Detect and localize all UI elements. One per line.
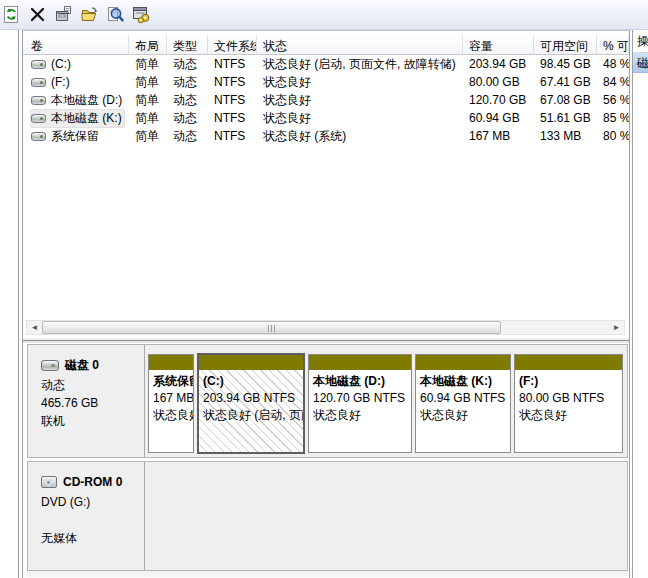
delete-icon[interactable] <box>28 5 47 24</box>
partition-status: 状态良好 (系统) <box>153 407 189 424</box>
volume-free-space: 98.45 GB <box>534 57 597 71</box>
volume-row-f[interactable]: (F:) 简单 动态 NTFS 状态良好 80.00 GB 67.41 GB 8… <box>23 73 629 91</box>
volume-status: 状态良好 <box>257 74 463 91</box>
actions-pane-title: 操作 <box>633 30 648 53</box>
volume-layout: 简单 <box>129 110 167 127</box>
volume-layout: 简单 <box>129 128 167 145</box>
volume-free-space: 51.61 GB <box>534 111 597 125</box>
graphical-view: 磁盘 0 动态 465.76 GB 联机 系统保留 167 MB NTFS 状态… <box>23 343 629 578</box>
volume-type: 动态 <box>167 110 208 127</box>
volume-layout: 简单 <box>129 92 167 109</box>
volume-percent-free: 80 % <box>597 129 629 143</box>
scrollbar-thumb[interactable] <box>42 321 501 334</box>
volume-type: 动态 <box>167 74 208 91</box>
volume-list-header: 卷 布局 类型 文件系统 状态 容量 可用空间 % 可用 <box>23 35 629 55</box>
volume-name: 系统保留 <box>51 128 99 145</box>
partition-name: 系统保留 <box>153 373 189 390</box>
volume-filesystem: NTFS <box>208 57 257 71</box>
horizontal-scrollbar[interactable]: ◄ ► <box>26 320 625 335</box>
volume-percent-free: 48 % <box>597 57 629 71</box>
scrollbar-track[interactable] <box>42 321 609 334</box>
actions-pane: 操作 磁盘管理 <box>632 30 648 578</box>
volume-status: 状态良好 <box>257 92 463 109</box>
volume-icon <box>31 132 46 141</box>
disk0-row: 磁盘 0 动态 465.76 GB 联机 系统保留 167 MB NTFS 状态… <box>27 344 628 458</box>
open-folder-icon[interactable] <box>80 5 99 24</box>
scroll-left-arrow-icon[interactable]: ◄ <box>27 321 42 334</box>
column-header-volume[interactable]: 卷 <box>23 35 129 55</box>
partition-name: (C:) <box>203 373 299 390</box>
volume-icon <box>31 60 46 69</box>
partition-size: 167 MB NTFS <box>153 390 189 407</box>
partition-block-k[interactable]: 本地磁盘 (K:) 60.94 GB NTFS 状态良好 <box>415 354 511 453</box>
cdrom0-row: CD-ROM 0 DVD (G:) 无媒体 <box>27 461 628 571</box>
search-icon[interactable] <box>106 5 125 24</box>
volume-filesystem: NTFS <box>208 129 257 143</box>
disk0-title: 磁盘 0 <box>65 356 99 374</box>
volume-row-system-reserved[interactable]: 系统保留 简单 动态 NTFS 状态良好 (系统) 167 MB 133 MB … <box>23 127 629 145</box>
cdrom0-media-area <box>146 462 627 570</box>
volume-color-bar <box>515 355 622 370</box>
column-header-type[interactable]: 类型 <box>167 35 208 55</box>
volume-list: 卷 布局 类型 文件系统 状态 容量 可用空间 % 可用 (C:) 简单 动态 … <box>23 31 629 338</box>
properties-icon[interactable] <box>54 5 73 24</box>
volume-type: 动态 <box>167 92 208 109</box>
volume-name: 本地磁盘 (D:) <box>51 92 122 109</box>
volume-free-space: 67.08 GB <box>534 93 597 107</box>
column-header-percent-free[interactable]: % 可用 <box>597 35 629 55</box>
volume-icon <box>31 114 46 123</box>
partition-block-system-reserved[interactable]: 系统保留 167 MB NTFS 状态良好 (系统) <box>148 354 194 453</box>
column-header-filesystem[interactable]: 文件系统 <box>208 35 257 55</box>
console-tree-pane <box>0 30 19 578</box>
partition-name: 本地磁盘 (D:) <box>313 373 407 390</box>
cdrom0-label-panel[interactable]: CD-ROM 0 DVD (G:) 无媒体 <box>28 462 145 570</box>
volume-status: 状态良好 (系统) <box>257 128 463 145</box>
cdrom0-media-status: 无媒体 <box>41 529 144 547</box>
volume-capacity: 120.70 GB <box>463 93 534 107</box>
volume-capacity: 167 MB <box>463 129 534 143</box>
column-header-layout[interactable]: 布局 <box>129 35 167 55</box>
volume-row-k[interactable]: 本地磁盘 (K:) 简单 动态 NTFS 状态良好 60.94 GB 51.61… <box>23 109 629 127</box>
volume-row-c[interactable]: (C:) 简单 动态 NTFS 状态良好 (启动, 页面文件, 故障转储) 20… <box>23 55 629 73</box>
volume-status: 状态良好 (启动, 页面文件, 故障转储) <box>257 56 463 73</box>
cd-rom-icon <box>41 476 57 488</box>
column-header-capacity[interactable]: 容量 <box>463 35 534 55</box>
volume-icon <box>31 78 46 87</box>
actions-item-disk-management[interactable]: 磁盘管理 <box>633 53 648 73</box>
disk0-label-panel[interactable]: 磁盘 0 动态 465.76 GB 联机 <box>28 345 145 457</box>
volume-color-bar <box>309 355 411 370</box>
partition-size: 80.00 GB NTFS <box>519 390 618 407</box>
volume-free-space: 67.41 GB <box>534 75 597 89</box>
volume-filesystem: NTFS <box>208 93 257 107</box>
partition-status: 状态良好 <box>519 407 618 424</box>
volume-percent-free: 85 % <box>597 111 629 125</box>
disk-manage-icon[interactable] <box>132 5 151 24</box>
volume-name: (C:) <box>51 57 71 71</box>
volume-list-body: (C:) 简单 动态 NTFS 状态良好 (启动, 页面文件, 故障转储) 20… <box>23 55 629 317</box>
volume-row-d[interactable]: 本地磁盘 (D:) 简单 动态 NTFS 状态良好 120.70 GB 67.0… <box>23 91 629 109</box>
column-header-status[interactable]: 状态 <box>257 35 463 55</box>
cdrom0-title: CD-ROM 0 <box>63 473 122 491</box>
graph-filler <box>27 571 628 577</box>
row-highlight: 本地磁盘 (K:) <box>30 109 125 128</box>
partition-block-c[interactable]: (C:) 203.94 GB NTFS 状态良好 (启动, 页面文件, 故障转储… <box>197 353 305 454</box>
volume-layout: 简单 <box>129 56 167 73</box>
partition-size: 60.94 GB NTFS <box>420 390 506 407</box>
partition-block-f[interactable]: (F:) 80.00 GB NTFS 状态良好 <box>514 354 623 453</box>
volume-percent-free: 56 % <box>597 93 629 107</box>
volume-filesystem: NTFS <box>208 111 257 125</box>
volume-capacity: 80.00 GB <box>463 75 534 89</box>
disk0-partition-area: 系统保留 167 MB NTFS 状态良好 (系统) (C:) 203.94 G… <box>146 345 627 457</box>
volume-status: 状态良好 <box>257 110 463 127</box>
column-header-free-space[interactable]: 可用空间 <box>534 35 597 55</box>
volume-capacity: 203.94 GB <box>463 57 534 71</box>
volume-color-bar <box>199 355 303 370</box>
scroll-right-arrow-icon[interactable]: ► <box>609 321 624 334</box>
hard-disk-icon <box>41 360 59 371</box>
volume-layout: 简单 <box>129 74 167 91</box>
partition-block-d[interactable]: 本地磁盘 (D:) 120.70 GB NTFS 状态良好 <box>308 354 412 453</box>
refresh-icon[interactable] <box>2 5 21 24</box>
volume-name: (F:) <box>51 75 70 89</box>
toolbar <box>0 0 648 30</box>
partition-status: 状态良好 <box>313 407 407 424</box>
